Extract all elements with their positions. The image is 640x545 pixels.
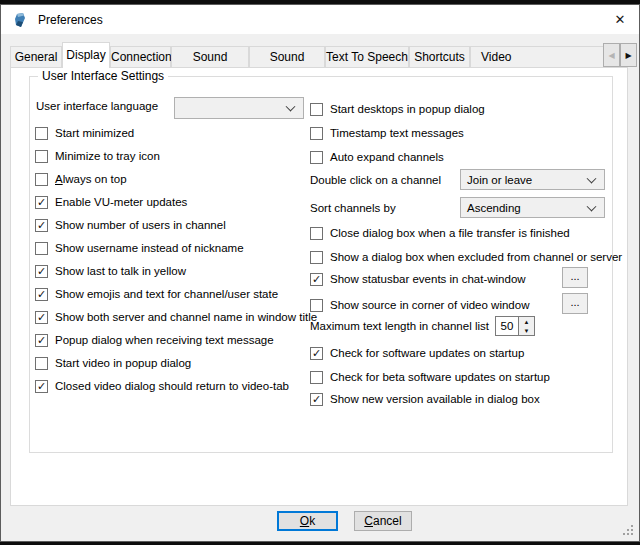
video-source-config-button[interactable]: ...	[562, 293, 588, 314]
check-icon: ✓	[37, 335, 46, 346]
checkbox[interactable]: ✓	[35, 196, 48, 209]
checkbox-row-check-beta-updates[interactable]: Check for beta software updates on start…	[310, 369, 550, 385]
checkbox-label: Start desktops in popup dialog	[330, 103, 485, 115]
checkbox[interactable]	[35, 357, 48, 370]
checkbox[interactable]	[35, 242, 48, 255]
checkbox-row-video-source-corner[interactable]: Show source in corner of video window	[310, 297, 529, 313]
checkbox-label: Enable VU-meter updates	[55, 196, 187, 208]
checkbox[interactable]	[310, 299, 323, 312]
tab-text-to-speech[interactable]: Text To Speech	[325, 46, 409, 68]
checkbox[interactable]	[35, 127, 48, 140]
checkbox-row-vu-meter[interactable]: ✓ Enable VU-meter updates	[35, 194, 187, 210]
sort-channels-label: Sort channels by	[310, 202, 396, 214]
check-icon: ✓	[37, 197, 46, 208]
checkbox-row-minimize-to-tray[interactable]: Minimize to tray icon	[35, 148, 160, 164]
check-icon: ✓	[312, 394, 321, 405]
checkbox-row-server-channel-title[interactable]: ✓ Show both server and channel name in w…	[35, 309, 317, 325]
check-icon: ✓	[37, 289, 46, 300]
checkbox-row-closed-video-return[interactable]: ✓ Closed video dialog should return to v…	[35, 378, 289, 394]
max-text-length-value: 50	[501, 320, 514, 332]
chevron-down-icon	[286, 102, 296, 112]
tab-bar: General Display Connection Sound System …	[10, 42, 628, 68]
chevron-down-icon	[587, 201, 597, 211]
checkbox-label: Timestamp text messages	[330, 127, 464, 139]
checkbox-row-timestamp-messages[interactable]: Timestamp text messages	[310, 125, 464, 141]
checkbox-label: Check for beta software updates on start…	[330, 371, 550, 383]
spin-down-button[interactable]: ▼	[519, 326, 534, 335]
statusbar-events-config-button[interactable]: ...	[562, 267, 588, 288]
close-button[interactable]: ✕	[601, 5, 639, 34]
tab-scroll-right-button[interactable]: ▶	[620, 43, 637, 67]
double-click-action-select[interactable]: Join or leave	[460, 169, 605, 190]
checkbox-label: Auto expand channels	[330, 151, 444, 163]
checkbox-row-new-version-dialog[interactable]: ✓ Show new version available in dialog b…	[310, 391, 540, 407]
checkbox-row-always-on-top[interactable]: Always on top	[35, 171, 127, 187]
titlebar[interactable]: Preferences ✕	[1, 5, 639, 34]
checkbox[interactable]: ✓	[35, 334, 48, 347]
group-title: User Interface Settings	[38, 69, 168, 83]
checkbox-row-close-on-transfer[interactable]: Close dialog box when a file transfer is…	[310, 225, 570, 241]
checkbox[interactable]: ✓	[35, 265, 48, 278]
close-icon: ✕	[615, 12, 626, 27]
spin-up-button[interactable]: ▲	[519, 317, 534, 326]
checkbox-row-show-username[interactable]: Show username instead of nickname	[35, 240, 244, 256]
checkbox[interactable]: ✓	[310, 393, 323, 406]
checkbox-row-statusbar-events[interactable]: ✓ Show statusbar events in chat-window	[310, 271, 526, 287]
check-icon: ✓	[37, 220, 46, 231]
tab-sound-system[interactable]: Sound System	[171, 46, 249, 68]
tab-connection[interactable]: Connection	[110, 46, 171, 68]
tab-display[interactable]: Display	[62, 42, 110, 68]
checkbox-row-start-minimized[interactable]: Start minimized	[35, 125, 134, 141]
sort-channels-row: Sort channels by Ascending	[310, 197, 606, 218]
checkbox-label: Always on top	[55, 173, 127, 185]
cancel-button[interactable]: Cancel	[354, 511, 412, 531]
checkbox-row-popup-text-message[interactable]: ✓ Popup dialog when receiving text messa…	[35, 332, 274, 348]
max-text-length-label: Maximum text length in channel list	[310, 320, 489, 332]
tab-shortcuts[interactable]: Shortcuts	[409, 46, 470, 68]
preferences-dialog: Preferences ✕ General Display Connection…	[0, 4, 640, 542]
checkbox[interactable]: ✓	[35, 380, 48, 393]
checkbox-label: Start video in popup dialog	[55, 357, 191, 369]
checkbox-row-video-popup[interactable]: Start video in popup dialog	[35, 355, 191, 371]
checkbox-row-show-user-count[interactable]: ✓ Show number of users in channel	[35, 217, 226, 233]
checkbox-row-auto-expand[interactable]: Auto expand channels	[310, 149, 444, 165]
checkbox[interactable]	[310, 103, 323, 116]
checkbox[interactable]	[310, 251, 323, 264]
language-select[interactable]	[174, 97, 304, 119]
checkbox-row-show-emojis[interactable]: ✓ Show emojis and text for channel/user …	[35, 286, 278, 302]
checkbox[interactable]: ✓	[35, 219, 48, 232]
tab-sound-events[interactable]: Sound Events	[249, 46, 325, 68]
check-icon: ✓	[37, 312, 46, 323]
checkbox[interactable]	[310, 227, 323, 240]
checkbox-label: Close dialog box when a file transfer is…	[330, 227, 570, 239]
double-click-action-label: Double click on a channel	[310, 174, 441, 186]
ok-button-label: Ok	[300, 514, 315, 528]
ok-button[interactable]: Ok	[277, 511, 338, 531]
checkbox[interactable]	[310, 151, 323, 164]
checkbox-row-check-updates[interactable]: ✓ Check for software updates on startup	[310, 345, 524, 361]
checkbox-row-excluded-dialog[interactable]: Show a dialog box when excluded from cha…	[310, 249, 622, 265]
checkbox-label: Show both server and channel name in win…	[55, 311, 317, 323]
checkbox-row-desktops-popup[interactable]: Start desktops in popup dialog	[310, 101, 485, 117]
checkbox[interactable]: ✓	[310, 273, 323, 286]
checkbox[interactable]	[310, 371, 323, 384]
sort-channels-select[interactable]: Ascending	[460, 197, 605, 218]
checkbox-label: Show new version available in dialog box	[330, 393, 540, 405]
checkbox[interactable]: ✓	[35, 288, 48, 301]
resize-grip[interactable]	[623, 525, 625, 527]
checkbox[interactable]	[35, 173, 48, 186]
tab-general[interactable]: General	[10, 46, 62, 68]
checkbox-label: Show statusbar events in chat-window	[330, 273, 526, 285]
check-icon: ✓	[312, 348, 321, 359]
checkbox-label: Show emojis and text for channel/user st…	[55, 288, 278, 300]
checkbox-label: Show number of users in channel	[55, 219, 226, 231]
checkbox[interactable]	[35, 150, 48, 163]
max-text-length-stepper: ▲ ▼	[519, 316, 535, 336]
checkbox[interactable]: ✓	[310, 347, 323, 360]
tab-scroll-left-button[interactable]: ◀	[603, 43, 620, 67]
checkbox[interactable]	[310, 127, 323, 140]
checkbox-row-last-to-talk[interactable]: ✓ Show last to talk in yellow	[35, 263, 186, 279]
checkbox[interactable]: ✓	[35, 311, 48, 324]
max-text-length-input[interactable]: 50	[495, 316, 519, 336]
scroll-left-icon: ◀	[608, 51, 614, 60]
